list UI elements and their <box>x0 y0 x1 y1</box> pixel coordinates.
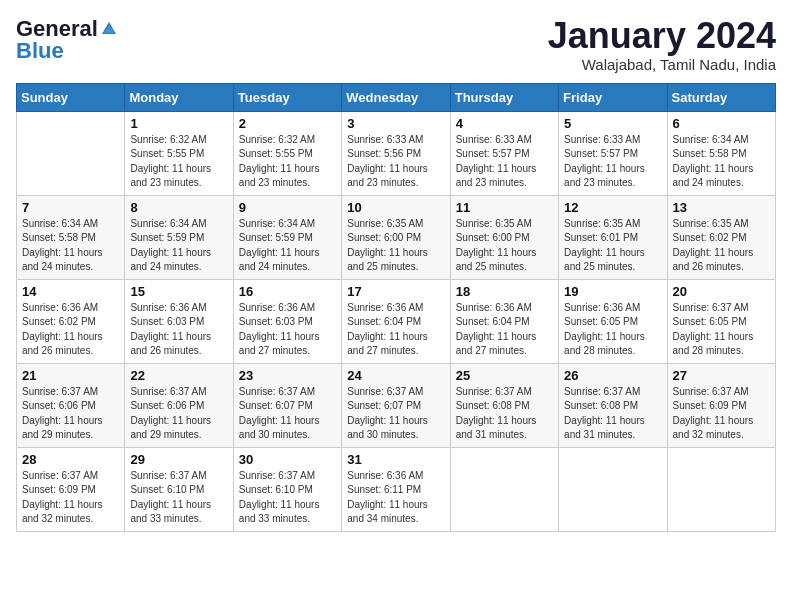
day-number: 17 <box>347 284 444 299</box>
day-number: 24 <box>347 368 444 383</box>
day-number: 6 <box>673 116 770 131</box>
day-info: Sunrise: 6:33 AM Sunset: 5:57 PM Dayligh… <box>564 133 661 191</box>
calendar-cell: 25Sunrise: 6:37 AM Sunset: 6:08 PM Dayli… <box>450 363 558 447</box>
day-header-wednesday: Wednesday <box>342 83 450 111</box>
day-number: 10 <box>347 200 444 215</box>
day-info: Sunrise: 6:36 AM Sunset: 6:11 PM Dayligh… <box>347 469 444 527</box>
calendar-cell <box>17 111 125 195</box>
calendar-cell: 11Sunrise: 6:35 AM Sunset: 6:00 PM Dayli… <box>450 195 558 279</box>
day-number: 12 <box>564 200 661 215</box>
calendar-cell: 17Sunrise: 6:36 AM Sunset: 6:04 PM Dayli… <box>342 279 450 363</box>
day-info: Sunrise: 6:34 AM Sunset: 5:59 PM Dayligh… <box>130 217 227 275</box>
logo-blue: Blue <box>16 38 64 64</box>
day-number: 16 <box>239 284 336 299</box>
calendar-week-1: 1Sunrise: 6:32 AM Sunset: 5:55 PM Daylig… <box>17 111 776 195</box>
day-number: 15 <box>130 284 227 299</box>
calendar-cell: 26Sunrise: 6:37 AM Sunset: 6:08 PM Dayli… <box>559 363 667 447</box>
calendar-cell: 7Sunrise: 6:34 AM Sunset: 5:58 PM Daylig… <box>17 195 125 279</box>
calendar-cell: 6Sunrise: 6:34 AM Sunset: 5:58 PM Daylig… <box>667 111 775 195</box>
day-info: Sunrise: 6:37 AM Sunset: 6:09 PM Dayligh… <box>22 469 119 527</box>
location-subtitle: Walajabad, Tamil Nadu, India <box>548 56 776 73</box>
calendar-cell: 24Sunrise: 6:37 AM Sunset: 6:07 PM Dayli… <box>342 363 450 447</box>
day-number: 9 <box>239 200 336 215</box>
day-info: Sunrise: 6:36 AM Sunset: 6:04 PM Dayligh… <box>347 301 444 359</box>
day-number: 25 <box>456 368 553 383</box>
day-number: 13 <box>673 200 770 215</box>
day-number: 7 <box>22 200 119 215</box>
day-number: 11 <box>456 200 553 215</box>
day-info: Sunrise: 6:35 AM Sunset: 6:00 PM Dayligh… <box>456 217 553 275</box>
title-area: January 2024 Walajabad, Tamil Nadu, Indi… <box>548 16 776 73</box>
calendar-cell: 13Sunrise: 6:35 AM Sunset: 6:02 PM Dayli… <box>667 195 775 279</box>
day-info: Sunrise: 6:34 AM Sunset: 5:58 PM Dayligh… <box>673 133 770 191</box>
day-number: 18 <box>456 284 553 299</box>
day-number: 26 <box>564 368 661 383</box>
day-header-tuesday: Tuesday <box>233 83 341 111</box>
day-info: Sunrise: 6:37 AM Sunset: 6:06 PM Dayligh… <box>130 385 227 443</box>
page-header: General Blue January 2024 Walajabad, Tam… <box>16 16 776 73</box>
day-info: Sunrise: 6:36 AM Sunset: 6:03 PM Dayligh… <box>239 301 336 359</box>
day-number: 1 <box>130 116 227 131</box>
calendar-cell: 18Sunrise: 6:36 AM Sunset: 6:04 PM Dayli… <box>450 279 558 363</box>
day-info: Sunrise: 6:37 AM Sunset: 6:10 PM Dayligh… <box>130 469 227 527</box>
day-header-monday: Monday <box>125 83 233 111</box>
calendar-cell: 28Sunrise: 6:37 AM Sunset: 6:09 PM Dayli… <box>17 447 125 531</box>
day-number: 29 <box>130 452 227 467</box>
month-title: January 2024 <box>548 16 776 56</box>
day-info: Sunrise: 6:33 AM Sunset: 5:56 PM Dayligh… <box>347 133 444 191</box>
day-info: Sunrise: 6:32 AM Sunset: 5:55 PM Dayligh… <box>239 133 336 191</box>
day-number: 4 <box>456 116 553 131</box>
calendar-cell: 9Sunrise: 6:34 AM Sunset: 5:59 PM Daylig… <box>233 195 341 279</box>
calendar-cell <box>559 447 667 531</box>
day-number: 20 <box>673 284 770 299</box>
calendar-week-4: 21Sunrise: 6:37 AM Sunset: 6:06 PM Dayli… <box>17 363 776 447</box>
day-number: 19 <box>564 284 661 299</box>
day-number: 14 <box>22 284 119 299</box>
calendar-cell: 12Sunrise: 6:35 AM Sunset: 6:01 PM Dayli… <box>559 195 667 279</box>
day-number: 2 <box>239 116 336 131</box>
calendar-cell: 2Sunrise: 6:32 AM Sunset: 5:55 PM Daylig… <box>233 111 341 195</box>
day-info: Sunrise: 6:36 AM Sunset: 6:05 PM Dayligh… <box>564 301 661 359</box>
calendar-week-2: 7Sunrise: 6:34 AM Sunset: 5:58 PM Daylig… <box>17 195 776 279</box>
day-info: Sunrise: 6:33 AM Sunset: 5:57 PM Dayligh… <box>456 133 553 191</box>
day-info: Sunrise: 6:37 AM Sunset: 6:07 PM Dayligh… <box>239 385 336 443</box>
logo: General Blue <box>16 16 118 64</box>
day-info: Sunrise: 6:35 AM Sunset: 6:01 PM Dayligh… <box>564 217 661 275</box>
calendar-cell <box>450 447 558 531</box>
calendar-week-5: 28Sunrise: 6:37 AM Sunset: 6:09 PM Dayli… <box>17 447 776 531</box>
day-number: 22 <box>130 368 227 383</box>
calendar-body: 1Sunrise: 6:32 AM Sunset: 5:55 PM Daylig… <box>17 111 776 531</box>
logo-icon <box>100 20 118 38</box>
calendar-cell: 20Sunrise: 6:37 AM Sunset: 6:05 PM Dayli… <box>667 279 775 363</box>
day-number: 21 <box>22 368 119 383</box>
day-number: 23 <box>239 368 336 383</box>
day-header-sunday: Sunday <box>17 83 125 111</box>
calendar-header-row: SundayMondayTuesdayWednesdayThursdayFrid… <box>17 83 776 111</box>
calendar-cell: 31Sunrise: 6:36 AM Sunset: 6:11 PM Dayli… <box>342 447 450 531</box>
day-info: Sunrise: 6:34 AM Sunset: 5:59 PM Dayligh… <box>239 217 336 275</box>
day-number: 5 <box>564 116 661 131</box>
day-number: 31 <box>347 452 444 467</box>
day-number: 30 <box>239 452 336 467</box>
calendar-cell: 14Sunrise: 6:36 AM Sunset: 6:02 PM Dayli… <box>17 279 125 363</box>
calendar-cell: 23Sunrise: 6:37 AM Sunset: 6:07 PM Dayli… <box>233 363 341 447</box>
calendar-table: SundayMondayTuesdayWednesdayThursdayFrid… <box>16 83 776 532</box>
calendar-cell: 21Sunrise: 6:37 AM Sunset: 6:06 PM Dayli… <box>17 363 125 447</box>
calendar-cell: 1Sunrise: 6:32 AM Sunset: 5:55 PM Daylig… <box>125 111 233 195</box>
calendar-cell: 5Sunrise: 6:33 AM Sunset: 5:57 PM Daylig… <box>559 111 667 195</box>
calendar-cell: 8Sunrise: 6:34 AM Sunset: 5:59 PM Daylig… <box>125 195 233 279</box>
day-info: Sunrise: 6:36 AM Sunset: 6:04 PM Dayligh… <box>456 301 553 359</box>
day-info: Sunrise: 6:32 AM Sunset: 5:55 PM Dayligh… <box>130 133 227 191</box>
day-header-thursday: Thursday <box>450 83 558 111</box>
day-info: Sunrise: 6:35 AM Sunset: 6:02 PM Dayligh… <box>673 217 770 275</box>
day-info: Sunrise: 6:35 AM Sunset: 6:00 PM Dayligh… <box>347 217 444 275</box>
day-info: Sunrise: 6:34 AM Sunset: 5:58 PM Dayligh… <box>22 217 119 275</box>
calendar-cell: 19Sunrise: 6:36 AM Sunset: 6:05 PM Dayli… <box>559 279 667 363</box>
calendar-cell: 3Sunrise: 6:33 AM Sunset: 5:56 PM Daylig… <box>342 111 450 195</box>
day-info: Sunrise: 6:37 AM Sunset: 6:06 PM Dayligh… <box>22 385 119 443</box>
day-number: 28 <box>22 452 119 467</box>
day-info: Sunrise: 6:37 AM Sunset: 6:08 PM Dayligh… <box>456 385 553 443</box>
day-header-friday: Friday <box>559 83 667 111</box>
calendar-cell: 22Sunrise: 6:37 AM Sunset: 6:06 PM Dayli… <box>125 363 233 447</box>
calendar-cell: 30Sunrise: 6:37 AM Sunset: 6:10 PM Dayli… <box>233 447 341 531</box>
